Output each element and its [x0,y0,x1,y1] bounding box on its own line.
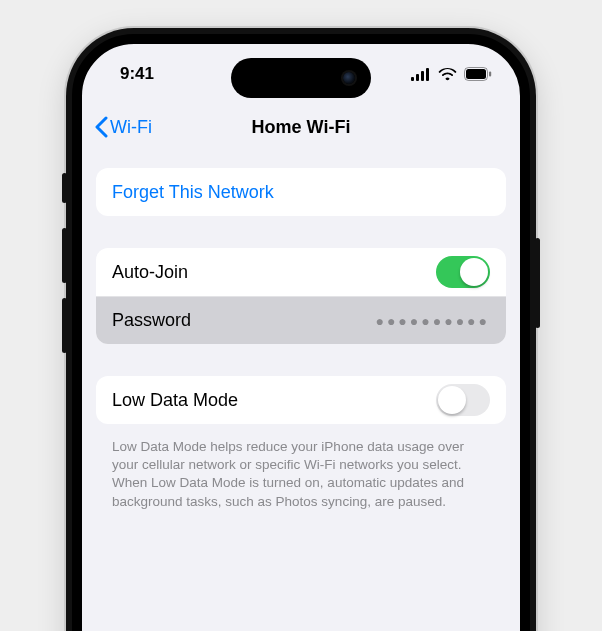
dynamic-island [231,58,371,98]
status-time: 9:41 [120,64,154,84]
password-label: Password [112,310,191,331]
chevron-left-icon [94,116,108,138]
svg-rect-0 [411,77,414,81]
wifi-icon [438,67,457,81]
password-row[interactable]: Password ●●●●●●●●●● [96,296,506,344]
forget-network-button[interactable]: Forget This Network [96,168,506,216]
side-button [62,173,67,203]
battery-icon [464,67,492,81]
side-button [535,238,540,328]
password-value: ●●●●●●●●●● [375,313,490,329]
auto-join-toggle[interactable] [436,256,490,288]
auto-join-row: Auto-Join [96,248,506,296]
svg-rect-1 [416,74,419,81]
side-button [62,228,67,283]
svg-rect-2 [421,71,424,81]
svg-rect-5 [466,69,486,79]
phone-frame: 9:41 Wi-Fi Home Wi-Fi [66,28,536,631]
low-data-mode-toggle[interactable] [436,384,490,416]
back-button[interactable]: Wi-Fi [94,116,152,138]
auto-join-label: Auto-Join [112,262,188,283]
svg-rect-6 [489,72,491,77]
side-button [62,298,67,353]
low-data-mode-label: Low Data Mode [112,390,238,411]
nav-bar: Wi-Fi Home Wi-Fi [82,104,520,150]
svg-rect-3 [426,68,429,81]
back-label: Wi-Fi [110,117,152,138]
forget-network-label: Forget This Network [112,182,274,203]
cellular-icon [411,68,431,81]
low-data-mode-row: Low Data Mode [96,376,506,424]
low-data-mode-description: Low Data Mode helps reduce your iPhone d… [96,430,506,511]
